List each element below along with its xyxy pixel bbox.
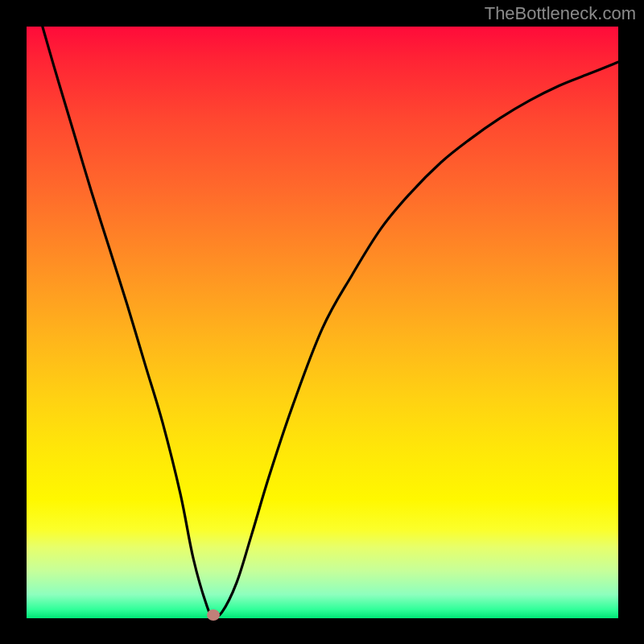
plot-area [27, 27, 618, 618]
watermark-text: TheBottleneck.com [485, 3, 636, 24]
chart-frame: TheBottleneck.com [0, 0, 644, 644]
minimum-marker [207, 609, 220, 621]
bottleneck-curve [27, 27, 618, 618]
curve-path [43, 27, 618, 617]
